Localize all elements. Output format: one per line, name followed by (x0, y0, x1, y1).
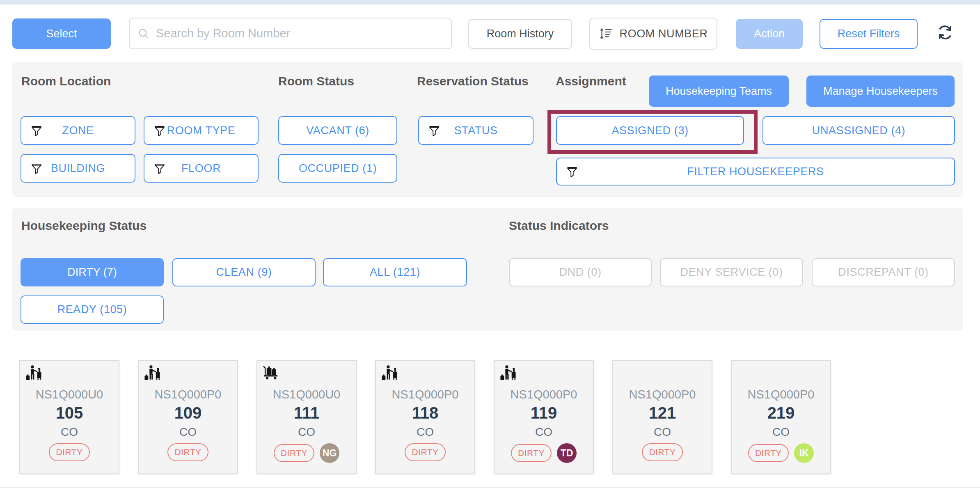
filter-funnel-icon (428, 124, 440, 137)
room-type-code: NS1Q000P0 (748, 388, 815, 401)
card-badge-row: DIRTY (167, 443, 208, 461)
reset-filters-button[interactable]: Reset Filters (820, 19, 918, 49)
clean-filter-button[interactable]: CLEAN (9) (172, 258, 316, 286)
reservation-status-code: CO (417, 426, 434, 439)
action-button[interactable]: Action (736, 19, 803, 49)
building-filter-label: BUILDING (51, 162, 105, 175)
sort-selector[interactable]: ROOM NUMBER (589, 18, 717, 50)
room-card[interactable]: NS1Q000P0 118 CO DIRTY (375, 360, 475, 474)
floor-filter-button[interactable]: FLOOR (144, 154, 259, 183)
filter-housekeepers-button[interactable]: FILTER HOUSEKEEPERS (556, 158, 955, 185)
dirty-status-pill: DIRTY (511, 444, 552, 462)
luggage-cart-icon (263, 365, 280, 382)
room-card[interactable]: NS1Q000U0 111 CO DIRTY NG (256, 360, 357, 474)
zone-filter-button[interactable]: ZONE (21, 116, 135, 145)
guest-departure-icon (500, 365, 517, 382)
dirty-filter-button[interactable]: DIRTY (7) (21, 258, 164, 286)
dirty-status-pill: DIRTY (748, 444, 789, 462)
room-type-filter-label: ROOM TYPE (167, 124, 236, 137)
room-number: 121 (649, 404, 676, 422)
housekeeper-badge[interactable]: NG (320, 443, 339, 463)
filter-funnel-icon (30, 162, 43, 175)
room-type-code: NS1Q000P0 (629, 388, 696, 401)
unassigned-filter-button[interactable]: UNASSIGNED (4) (762, 116, 955, 145)
filter-funnel-icon (566, 165, 578, 178)
occupied-filter-button[interactable]: OCCUPIED (1) (278, 154, 397, 183)
housekeeping-status-panel: Housekeeping Status Status Indicators DI… (12, 208, 963, 331)
status-indicators-title: Status Indicators (509, 219, 609, 233)
room-type-code: NS1Q000U0 (273, 388, 340, 401)
room-number: 111 (294, 404, 319, 422)
room-number: 118 (412, 404, 439, 422)
sort-selector-label: ROOM NUMBER (619, 27, 708, 40)
room-number: 219 (767, 404, 795, 422)
room-type-code: NS1Q000P0 (511, 388, 577, 401)
card-badge-row: DIRTY NG (274, 443, 339, 463)
room-history-button[interactable]: Room History (468, 19, 572, 49)
dirty-status-pill: DIRTY (274, 444, 314, 462)
card-badge-row: DIRTY (405, 443, 445, 461)
filter-funnel-icon (153, 124, 166, 137)
room-card[interactable]: NS1Q000P0 119 CO DIRTY TD (494, 360, 594, 474)
reservation-status-filter-label: STATUS (454, 124, 497, 137)
filter-funnel-icon (153, 162, 166, 175)
zone-filter-label: ZONE (62, 124, 94, 137)
room-card[interactable]: NS1Q000P0 219 CO DIRTY IK (731, 360, 831, 474)
card-badge-row: DIRTY IK (748, 443, 814, 463)
search-input[interactable] (155, 26, 444, 41)
room-card-row: NS1Q000U0 105 CO DIRTY (19, 360, 831, 474)
room-card[interactable]: NS1Q000P0 109 CO DIRTY (138, 360, 238, 474)
card-badge-row: DIRTY TD (511, 443, 577, 463)
building-filter-button[interactable]: BUILDING (21, 154, 135, 183)
top-strip (0, 0, 980, 5)
sort-amount-icon (599, 26, 614, 41)
search-box[interactable] (129, 18, 452, 49)
deny-service-filter-button[interactable]: DENY SERVICE (0) (660, 258, 803, 286)
room-type-code: NS1Q000P0 (155, 388, 222, 401)
room-type-filter-button[interactable]: ROOM TYPE (144, 116, 259, 145)
bottom-divider (0, 487, 980, 488)
housekeeping-teams-button[interactable]: Housekeeping Teams (649, 76, 789, 107)
select-button[interactable]: Select (12, 18, 111, 49)
all-filter-button[interactable]: ALL (121) (323, 258, 467, 286)
room-number: 119 (531, 404, 557, 422)
dirty-status-pill: DIRTY (405, 443, 445, 461)
reservation-status-code: CO (61, 426, 78, 439)
assigned-filter-button[interactable]: ASSIGNED (3) (556, 116, 744, 145)
dnd-filter-button[interactable]: DND (0) (509, 258, 652, 286)
dirty-status-pill: DIRTY (49, 443, 89, 461)
card-badge-row: DIRTY (642, 443, 682, 461)
manage-housekeepers-button[interactable]: Manage Housekeepers (806, 76, 955, 107)
ready-filter-button[interactable]: READY (105) (21, 295, 164, 324)
reservation-status-filter-button[interactable]: STATUS (418, 116, 534, 145)
room-card[interactable]: NS1Q000U0 105 CO DIRTY (19, 360, 119, 474)
housekeeper-badge[interactable]: IK (794, 443, 814, 463)
floor-filter-label: FLOOR (181, 162, 221, 175)
assignment-title: Assignment (556, 74, 626, 88)
guest-departure-icon (381, 365, 398, 382)
vacant-filter-button[interactable]: VACANT (6) (278, 116, 397, 145)
room-status-title: Room Status (278, 74, 354, 88)
reservation-status-code: CO (179, 426, 197, 439)
reservation-status-title: Reservation Status (417, 74, 529, 88)
room-number: 109 (174, 404, 202, 422)
reservation-status-code: CO (298, 426, 315, 439)
housekeeping-status-title: Housekeeping Status (21, 219, 147, 233)
refresh-icon[interactable] (936, 23, 955, 42)
room-type-code: NS1Q000P0 (392, 388, 459, 401)
filter-funnel-icon (30, 124, 43, 137)
discrepant-filter-button[interactable]: DISCREPANT (0) (812, 258, 955, 286)
search-icon (137, 27, 150, 40)
room-number: 105 (56, 404, 83, 422)
filters-panel: Room Location Room Status Reservation St… (12, 62, 963, 197)
dirty-status-pill: DIRTY (642, 443, 682, 461)
dirty-status-pill: DIRTY (167, 443, 208, 461)
room-card[interactable]: NS1Q000P0 121 CO DIRTY (612, 360, 712, 474)
guest-departure-icon (144, 365, 161, 382)
filter-housekeepers-label: FILTER HOUSEKEEPERS (687, 165, 824, 178)
room-type-code: NS1Q000U0 (36, 388, 103, 401)
housekeeping-dashboard: Select Room History ROOM NUMBER Action R… (0, 0, 980, 490)
guest-departure-icon (25, 365, 43, 382)
housekeeper-badge[interactable]: TD (557, 443, 577, 463)
room-location-title: Room Location (21, 74, 111, 88)
